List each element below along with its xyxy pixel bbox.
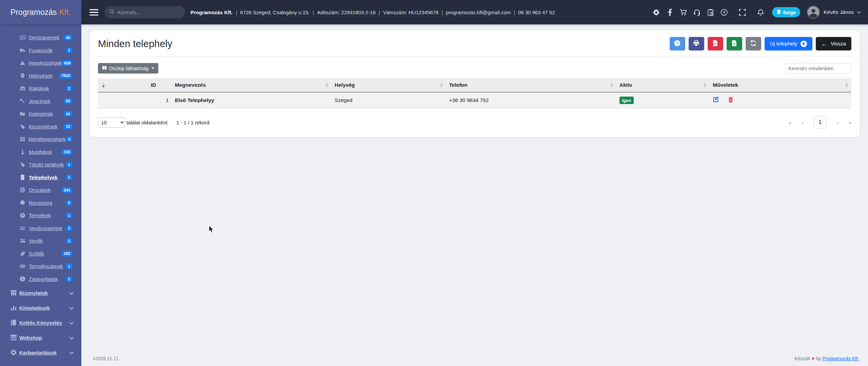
column-visibility-button[interactable]: Oszlop láthatóság [98,63,158,74]
bell-icon[interactable] [757,8,765,16]
first-page-button[interactable]: « [789,120,791,125]
sidebar-group-karbantartasok[interactable]: Karbantartások [0,345,81,360]
sidebar-group-bizonylatok[interactable]: Bizonylatok [0,285,81,300]
fullscreen-icon[interactable] [739,8,746,16]
sort-icon[interactable] [326,83,328,87]
prev-page-button[interactable]: ‹ [802,120,804,125]
sort-column-header[interactable] [98,78,148,92]
footer-credit: Készült♥by Programozás Kft. [794,356,859,361]
company-name: Programozás Kft. [191,9,233,15]
sidebar-group-kimutatasok[interactable]: Kimutatások [0,300,81,315]
caret-down-icon [152,67,154,69]
sidebar-group-label: Kettős Könyvelés [19,320,62,326]
global-search-input[interactable] [118,9,175,15]
gear-icon[interactable] [653,8,660,16]
sidebar-item-kategoriak[interactable]: Kategóriák10 [0,107,81,120]
sidebar-item-termekek[interactable]: PTermékek1 [0,209,81,222]
count-badge: 4 [66,136,73,142]
column-header-telefon[interactable]: Telefon [446,78,616,92]
sidebar-item-vevocsoportok[interactable]: Vevőcsoportok1 [0,222,81,235]
count-badge: 2 [66,85,73,91]
export-excel-button[interactable]: X [727,37,742,50]
table-row[interactable]: 1 Első Telephelyy Szeged +36 30 9634 752… [98,92,851,108]
company-info-segment: 06 30 963 47 52 [518,9,555,15]
refresh-button[interactable] [746,37,761,50]
global-search[interactable] [104,6,185,18]
brand[interactable]: Programozás Kft. [0,0,81,24]
delete-icon[interactable] [728,97,734,104]
print-button[interactable] [689,37,704,50]
sidebar-item-szolok[interactable]: Szőlők193 [0,247,81,260]
hamburger-menu-icon[interactable] [90,9,98,16]
company-link[interactable]: Programozás Kft. [823,356,859,361]
sort-icon[interactable] [610,83,613,87]
table-search-input[interactable] [785,63,851,74]
row-id: 1 [148,92,172,108]
sort-icon[interactable] [102,83,105,88]
current-page-button[interactable]: 1 [814,116,827,129]
sidebar-item-label: Országok [29,187,51,193]
help-circle-icon[interactable]: ? [721,8,728,16]
sidebar-item-label: Hegyközségek [28,60,62,66]
sidebar-item-orszagok[interactable]: Országok241 [0,184,81,197]
sort-icon[interactable] [845,83,848,87]
headset-icon[interactable] [693,8,701,16]
cart-icon[interactable] [680,8,687,16]
clipboard-clock-icon[interactable] [707,8,714,16]
sidebar-item-vevok[interactable]: Vevők1 [0,235,81,247]
sidebar-item-mustfokok[interactable]: Mustfokok115 [0,146,81,159]
column-header-id[interactable]: ID [148,78,172,92]
columns-icon [102,65,107,71]
sidebar-item-fuvarozok[interactable]: Fuvarozók1 [0,44,81,57]
sidebar-item-tarolo-tartalyok[interactable]: Tároló tartályok1 [0,158,81,171]
sidebar-item-label: Vevőcsoportok [29,225,62,231]
sidebar-group-kettos-konyveles[interactable]: Kettős Könyvelés [0,315,81,330]
sidebar-item-jogcimek[interactable]: Jogcímek93 [0,95,81,108]
sidebar-group-webshop[interactable]: Webshop [0,330,81,345]
page-size-select[interactable]: 10 [98,117,125,128]
sidebar-item-zarjegyfajtak[interactable]: Zárjegyfajták1 [0,273,81,286]
user-menu[interactable]: Kévés János [824,9,860,15]
sidebar-item-raktarak[interactable]: Raktárak2 [0,82,81,95]
users-icon [20,238,26,244]
page-title: Minden telephely [98,38,172,49]
row-actions [710,92,851,108]
count-badge: 115 [61,149,73,155]
sidebar-item-label: Fuvarozók [29,47,53,53]
new-telephely-button[interactable]: Új telephely [765,37,812,50]
sidebar-item-receptura[interactable]: Receptúra0 [0,197,81,209]
sidebar-item-hegykozsegek[interactable]: Hegyközségek626 [0,57,81,69]
last-page-button[interactable]: » [849,120,851,125]
svg-text:?: ? [676,41,678,45]
facebook-icon[interactable] [666,8,674,16]
leaf-icon [20,250,26,257]
avatar[interactable] [807,6,820,19]
row-name: Első Telephelyy [172,92,332,108]
folder-icon [20,111,26,117]
forge-badge[interactable]: forge [772,7,801,17]
sidebar-item-label: Raktárak [29,85,49,91]
column-header-aktiv[interactable]: Aktív [616,78,710,92]
next-page-button[interactable]: › [837,120,839,125]
sidebar-item-label: Kiszerelések [29,124,58,129]
sidebar-item-devizanemek[interactable]: Devizanemek42 [0,31,81,44]
back-button[interactable]: ← Vissza [816,37,851,50]
help-button[interactable]: ? [670,37,685,50]
sidebar-item-kiszerelesek[interactable]: Kiszerelések12 [0,120,81,133]
sort-icon[interactable] [704,83,706,87]
count-badge: 0 [66,200,73,206]
edit-icon[interactable] [713,97,719,104]
sidebar-item-helysegek[interactable]: Helységek7610 [0,69,81,82]
sidebar-item-termekszamok[interactable]: Termékszámok1 [0,260,81,273]
export-pdf-button[interactable]: PDF [708,37,723,50]
sidebar-item-telephelyek[interactable]: Telephelyek1 [0,171,81,184]
separator: | [236,9,237,15]
column-header-megnevezes[interactable]: Megnevezés [172,78,332,92]
column-header-muveletek[interactable]: Műveletek [710,78,851,92]
column-header-helyseg[interactable]: Helység [332,78,446,92]
chevron-down-icon [857,10,861,14]
column-visibility-label: Oszlop láthatóság [109,66,149,71]
map-pin-icon [20,73,26,79]
sort-icon[interactable] [440,83,443,87]
sidebar-item-mertekegysegek[interactable]: Mértékegységek4 [0,133,81,146]
